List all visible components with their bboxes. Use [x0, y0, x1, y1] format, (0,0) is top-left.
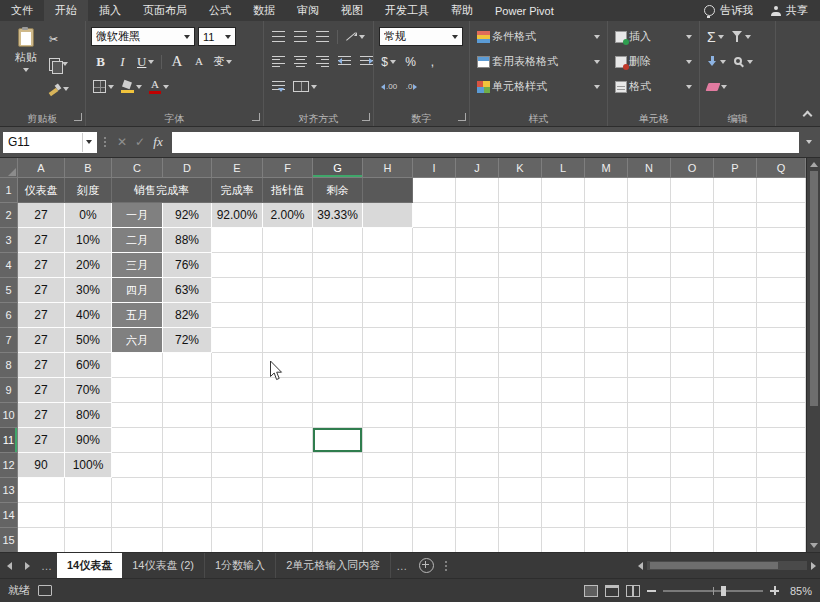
cell-N6[interactable]: [628, 303, 671, 328]
cell-B4[interactable]: 20%: [65, 253, 112, 278]
cell-B13[interactable]: [65, 478, 112, 503]
cell-C11[interactable]: [112, 428, 163, 453]
cell-H6[interactable]: [363, 303, 413, 328]
cell-O7[interactable]: [671, 328, 714, 353]
cell-I1[interactable]: [413, 178, 456, 203]
cell-P15[interactable]: [714, 528, 757, 552]
tab-power-pivot[interactable]: Power Pivot: [484, 0, 565, 21]
cell-I13[interactable]: [413, 478, 456, 503]
align-top-button[interactable]: [269, 27, 288, 47]
cell-J13[interactable]: [456, 478, 499, 503]
row-header-11[interactable]: 11: [0, 428, 18, 453]
column-header-M[interactable]: M: [585, 158, 628, 178]
cell-M7[interactable]: [585, 328, 628, 353]
cell-P10[interactable]: [714, 403, 757, 428]
cell-G2[interactable]: 39.33%: [313, 203, 363, 228]
cell-O6[interactable]: [671, 303, 714, 328]
cell-H4[interactable]: [363, 253, 413, 278]
cell-D15[interactable]: [163, 528, 212, 552]
cell-K2[interactable]: [499, 203, 542, 228]
zoom-slider-thumb[interactable]: [721, 586, 726, 596]
cancel-button[interactable]: ✕: [113, 135, 131, 149]
cell-M8[interactable]: [585, 353, 628, 378]
sheet-tab-fraction-input[interactable]: 1分数输入: [205, 553, 276, 578]
column-header-J[interactable]: J: [456, 158, 499, 178]
cell-M9[interactable]: [585, 378, 628, 403]
column-header-Q[interactable]: Q: [757, 158, 806, 178]
cell-K9[interactable]: [499, 378, 542, 403]
cell-M5[interactable]: [585, 278, 628, 303]
cell-P7[interactable]: [714, 328, 757, 353]
row-header-10[interactable]: 10: [0, 403, 18, 428]
underline-button[interactable]: U: [135, 52, 156, 72]
cell-B12[interactable]: 100%: [65, 453, 112, 478]
cell-Q15[interactable]: [757, 528, 806, 552]
column-header-F[interactable]: F: [263, 158, 313, 178]
cell-B7[interactable]: 50%: [65, 328, 112, 353]
cell-L12[interactable]: [542, 453, 585, 478]
sheet-overflow-left[interactable]: …: [36, 560, 57, 572]
column-header-H[interactable]: H: [363, 158, 413, 178]
cell-E6[interactable]: [212, 303, 263, 328]
cell-C7[interactable]: 六月: [112, 328, 163, 353]
collapse-ribbon-icon[interactable]: [802, 110, 812, 118]
cell-G1[interactable]: 剩余: [313, 178, 363, 203]
cell-G12[interactable]: [313, 453, 363, 478]
column-header-O[interactable]: O: [671, 158, 714, 178]
cell-K5[interactable]: [499, 278, 542, 303]
cell-B11[interactable]: 90%: [65, 428, 112, 453]
row-header-9[interactable]: 9: [0, 378, 18, 403]
cell-H3[interactable]: [363, 228, 413, 253]
cell-O4[interactable]: [671, 253, 714, 278]
cell-B1[interactable]: 刻度: [65, 178, 112, 203]
cell-J14[interactable]: [456, 503, 499, 528]
cell-N3[interactable]: [628, 228, 671, 253]
scroll-up-icon[interactable]: [810, 162, 818, 167]
cell-L1[interactable]: [542, 178, 585, 203]
cell-C9[interactable]: [112, 378, 163, 403]
cell-Q3[interactable]: [757, 228, 806, 253]
cell-L11[interactable]: [542, 428, 585, 453]
cell-N1[interactable]: [628, 178, 671, 203]
insert-cells-button[interactable]: 插入: [613, 27, 694, 47]
accounting-format-button[interactable]: $: [379, 52, 398, 72]
page-layout-view-button[interactable]: [605, 585, 619, 597]
cell-L5[interactable]: [542, 278, 585, 303]
vertical-scrollbar[interactable]: [806, 158, 820, 552]
cell-Q11[interactable]: [757, 428, 806, 453]
cell-B15[interactable]: [65, 528, 112, 552]
cell-J15[interactable]: [456, 528, 499, 552]
cell-P6[interactable]: [714, 303, 757, 328]
sheet-tab-same-content[interactable]: 2单元格输入同内容: [276, 553, 391, 578]
fill-color-button[interactable]: [119, 77, 144, 97]
row-header-7[interactable]: 7: [0, 328, 18, 353]
cell-Q6[interactable]: [757, 303, 806, 328]
cell-L6[interactable]: [542, 303, 585, 328]
conditional-formatting-button[interactable]: 条件格式: [475, 27, 602, 47]
cell-Q13[interactable]: [757, 478, 806, 503]
cell-A13[interactable]: [18, 478, 65, 503]
cell-N7[interactable]: [628, 328, 671, 353]
cell-K3[interactable]: [499, 228, 542, 253]
cell-D7[interactable]: 72%: [163, 328, 212, 353]
row-header-4[interactable]: 4: [0, 253, 18, 278]
cell-H10[interactable]: [363, 403, 413, 428]
column-header-E[interactable]: E: [212, 158, 263, 178]
cell-G4[interactable]: [313, 253, 363, 278]
number-dialog-launcher-icon[interactable]: [458, 113, 466, 121]
cell-A6[interactable]: 27: [18, 303, 65, 328]
cell-I10[interactable]: [413, 403, 456, 428]
cell-M2[interactable]: [585, 203, 628, 228]
cell-N15[interactable]: [628, 528, 671, 552]
increase-font-size-button[interactable]: A: [167, 52, 186, 72]
sheet-nav-right-button[interactable]: [18, 553, 36, 578]
fill-button[interactable]: [705, 52, 728, 72]
cell-C1[interactable]: 销售完成率: [112, 178, 212, 203]
cell-E13[interactable]: [212, 478, 263, 503]
cell-D3[interactable]: 88%: [163, 228, 212, 253]
zoom-slider[interactable]: [663, 590, 763, 592]
cell-Q8[interactable]: [757, 353, 806, 378]
cell-B3[interactable]: 10%: [65, 228, 112, 253]
cell-C6[interactable]: 五月: [112, 303, 163, 328]
cell-P13[interactable]: [714, 478, 757, 503]
